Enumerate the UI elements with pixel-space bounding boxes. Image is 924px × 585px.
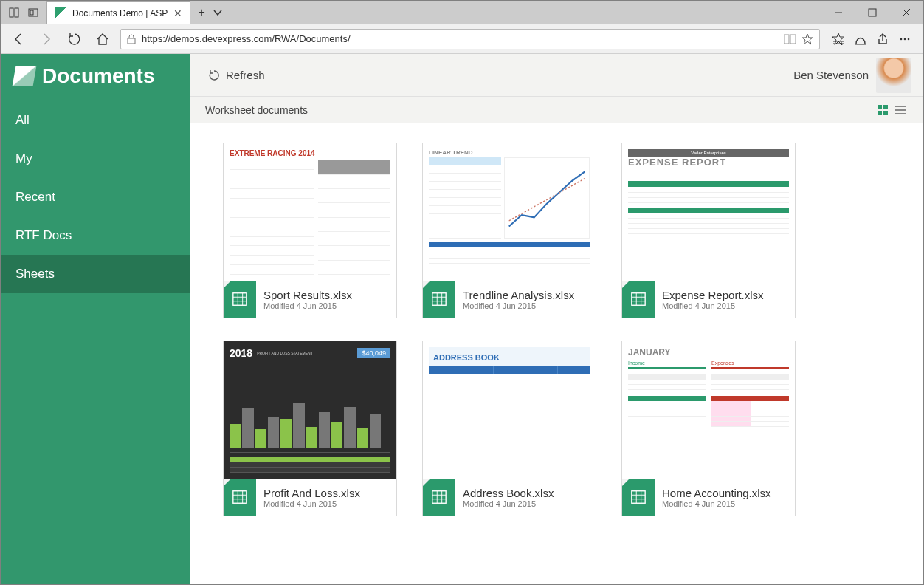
- brand-logo-icon: [13, 66, 37, 86]
- refresh-label: Refresh: [226, 69, 265, 81]
- file-name: Trendline Analysis.xlsx: [463, 289, 574, 301]
- sidebar-item-rtf[interactable]: RTF Docs: [1, 216, 190, 255]
- card-footer: Expense Report.xlsx Modified 4 Jun 2015: [622, 281, 795, 318]
- brand[interactable]: Documents: [1, 54, 190, 101]
- income-label: Income: [628, 359, 706, 369]
- file-name: Profit And Loss.xlsx: [263, 487, 360, 499]
- svg-rect-39: [233, 491, 246, 504]
- spreadsheet-icon: [224, 281, 256, 318]
- document-card[interactable]: ADDRESS BOOK: [422, 341, 596, 516]
- task-view-icon[interactable]: [5, 4, 23, 21]
- minimize-button[interactable]: [821, 1, 855, 24]
- task-switch-icon[interactable]: [24, 4, 42, 21]
- file-name: Expense Report.xlsx: [662, 289, 764, 301]
- share-icon[interactable]: [876, 32, 889, 46]
- user-block[interactable]: Ben Stevenson: [793, 58, 911, 93]
- spreadsheet-icon: [224, 479, 256, 516]
- documents-area: EXTREME RACING 2014: [190, 123, 923, 584]
- thumb-badge: $40,049: [357, 348, 390, 358]
- sub-toolbar: Worksheet documents: [190, 97, 923, 123]
- sidebar-item-my[interactable]: My: [1, 140, 190, 178]
- sidebar-item-label: Sheets: [15, 267, 55, 281]
- sidebar-item-sheets[interactable]: Sheets: [1, 255, 190, 293]
- nav-bar: https://demos.devexpress.com/RWA/Documen…: [1, 24, 923, 54]
- main-panel: Refresh Ben Stevenson Worksheet document…: [190, 54, 923, 584]
- file-name: Home Accounting.xlsx: [662, 487, 771, 499]
- title-bar: Documents Demo | ASP ✕ +: [1, 1, 923, 24]
- list-view-button[interactable]: [892, 102, 909, 118]
- more-icon[interactable]: [898, 32, 911, 46]
- refresh-icon: [208, 69, 220, 81]
- toolbar: Refresh Ben Stevenson: [190, 54, 923, 97]
- file-name: Sport Results.xlsx: [263, 289, 352, 301]
- file-modified: Modified 4 Jun 2015: [263, 499, 360, 508]
- view-toggles: [875, 102, 909, 118]
- favorite-icon[interactable]: [801, 33, 813, 45]
- document-thumbnail: ADDRESS BOOK: [423, 341, 596, 479]
- close-icon[interactable]: ✕: [173, 7, 182, 19]
- file-modified: Modified 4 Jun 2015: [463, 499, 554, 508]
- notes-icon[interactable]: [854, 32, 867, 46]
- sidebar-item-label: All: [15, 113, 30, 127]
- browser-tab[interactable]: Documents Demo | ASP ✕: [46, 1, 190, 24]
- browser-toolbar-right: [827, 32, 916, 46]
- card-footer: Profit And Loss.xlsx Modified 4 Jun 2015: [224, 479, 396, 516]
- avatar: [876, 58, 911, 93]
- document-card[interactable]: Vader Enterprises EXPENSE REPORT: [621, 143, 796, 318]
- thumb-title: EXTREME RACING 2014: [230, 149, 390, 157]
- card-grid: EXTREME RACING 2014: [223, 143, 891, 516]
- lock-icon: [127, 34, 136, 44]
- thumb-title: 2018: [230, 347, 252, 359]
- section-title: Worksheet documents: [205, 104, 308, 116]
- task-view-icons: [1, 4, 46, 21]
- app-container: Documents All My Recent RTF Docs Sheets …: [1, 54, 923, 584]
- svg-rect-3: [30, 10, 33, 15]
- refresh-button[interactable]: Refresh: [202, 66, 271, 84]
- tab-favicon-icon: [55, 7, 66, 19]
- sidebar-item-label: RTF Docs: [15, 228, 72, 242]
- card-footer: Trendline Analysis.xlsx Modified 4 Jun 2…: [423, 281, 596, 318]
- home-button[interactable]: [92, 29, 113, 49]
- document-card[interactable]: EXTREME RACING 2014: [223, 143, 397, 318]
- card-footer: Sport Results.xlsx Modified 4 Jun 2015: [224, 281, 396, 318]
- tab-title: Documents Demo | ASP: [72, 8, 168, 18]
- tab-strip: Documents Demo | ASP ✕ +: [46, 1, 821, 24]
- sidebar: Documents All My Recent RTF Docs Sheets: [1, 54, 190, 584]
- address-bar[interactable]: https://demos.devexpress.com/RWA/Documen…: [120, 29, 820, 49]
- svg-rect-29: [432, 293, 446, 306]
- spreadsheet-icon: [622, 281, 655, 318]
- document-card[interactable]: 2018 PROFIT AND LOSS STATEMENT $40,049: [223, 341, 397, 516]
- maximize-button[interactable]: [855, 1, 889, 24]
- tab-dropdown-icon[interactable]: [213, 7, 235, 18]
- svg-point-16: [908, 38, 910, 40]
- svg-rect-10: [790, 35, 796, 44]
- svg-rect-49: [632, 491, 645, 504]
- thumb-title: JANUARY: [628, 347, 789, 358]
- thumb-subtitle: Vader Enterprises: [628, 149, 789, 157]
- grid-view-button[interactable]: [875, 102, 891, 118]
- reload-button[interactable]: [64, 29, 85, 49]
- spreadsheet-icon: [423, 479, 455, 516]
- sidebar-item-all[interactable]: All: [1, 101, 190, 140]
- file-modified: Modified 4 Jun 2015: [263, 301, 352, 310]
- user-name: Ben Stevenson: [793, 69, 869, 81]
- new-tab-button[interactable]: +: [190, 6, 213, 19]
- brand-title: Documents: [42, 64, 154, 88]
- svg-rect-18: [883, 105, 888, 109]
- close-button[interactable]: [889, 1, 923, 24]
- svg-point-14: [900, 38, 903, 40]
- forward-button[interactable]: [36, 29, 57, 49]
- expenses-label: Expenses: [711, 359, 789, 369]
- reading-view-icon[interactable]: [784, 34, 796, 44]
- svg-rect-5: [869, 9, 876, 16]
- svg-rect-17: [878, 105, 882, 109]
- svg-rect-34: [632, 293, 645, 306]
- document-card[interactable]: LINEAR TREND: [422, 143, 596, 318]
- back-button[interactable]: [8, 29, 29, 49]
- svg-point-15: [904, 38, 906, 40]
- sidebar-item-recent[interactable]: Recent: [1, 178, 190, 216]
- favorites-hub-icon[interactable]: [832, 32, 845, 46]
- file-modified: Modified 4 Jun 2015: [463, 301, 574, 310]
- document-thumbnail: 2018 PROFIT AND LOSS STATEMENT $40,049: [224, 341, 396, 479]
- document-card[interactable]: JANUARY Income Expenses: [621, 341, 796, 516]
